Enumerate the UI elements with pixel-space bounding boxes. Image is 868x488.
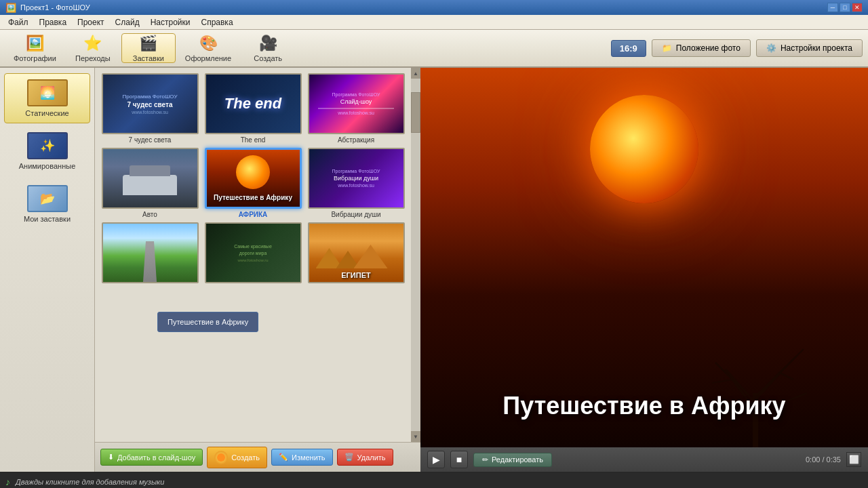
screensavers-label: Заставки xyxy=(133,54,164,62)
music-label: Дважды кликните для добавления музыки xyxy=(16,478,164,486)
time-display: 0:00 / 0:35 xyxy=(806,455,841,464)
menu-settings[interactable]: Настройки xyxy=(145,16,196,28)
animated-icon: ✨ xyxy=(27,132,68,159)
toolbar-transitions[interactable]: ⭐ Переходы xyxy=(66,33,120,63)
play-button[interactable]: ▶ xyxy=(427,451,445,468)
menu-help[interactable]: Справка xyxy=(195,16,238,28)
menu-edit[interactable]: Правка xyxy=(34,16,73,28)
scroll-track[interactable] xyxy=(411,79,420,431)
scroll-up-button[interactable]: ▲ xyxy=(411,68,420,79)
right-toolbar: 16:9 📁 Положение фото ⚙️ Настройки проек… xyxy=(611,39,863,57)
create-label: Создать xyxy=(254,54,282,62)
menu-file[interactable]: Файл xyxy=(3,16,34,28)
animated-label: Анимированные xyxy=(19,162,76,170)
preview-image: Путешествие в Африку xyxy=(420,68,868,447)
edit-label: Редактировать xyxy=(492,455,543,464)
transitions-label: Переходы xyxy=(75,54,111,62)
svg-line-8 xyxy=(712,380,732,383)
toolbar-photos[interactable]: 🖼️ Фотографии xyxy=(5,33,64,63)
add-to-slideshow-button[interactable]: ⬇ Добавить в слайд-шоу xyxy=(100,449,203,466)
app-icon: 🖼️ xyxy=(5,3,16,13)
gallery-item-abstrak[interactable]: Программа ФотоШОУ Слайд-шоу www.fotoshow… xyxy=(307,73,406,144)
toolbar-design[interactable]: 🎨 Оформление xyxy=(177,33,239,63)
create-label: Создать xyxy=(231,453,260,462)
scroll-down-button[interactable]: ▼ xyxy=(411,431,420,442)
gallery-item-avto[interactable]: Авто xyxy=(100,148,199,218)
thumb-vibracii: Программа ФотоШОУ Вибрации души www.foto… xyxy=(308,148,405,209)
gallery-actions: ⬇ Добавить в слайд-шоу Создать ✏️ Измени… xyxy=(95,442,420,472)
gallery-item-vibracii[interactable]: Программа ФотоШОУ Вибрации души www.foto… xyxy=(307,148,406,218)
minimize-button[interactable]: ─ xyxy=(827,3,838,12)
category-my[interactable]: 📂 Мои заставки xyxy=(4,179,90,229)
stop-button[interactable]: ■ xyxy=(450,451,468,468)
gallery-item-theend[interactable]: The end The end xyxy=(203,73,302,144)
label-theend: The end xyxy=(241,136,266,144)
gallery-item-dorogimira[interactable]: Самые красивыедороги мира www.fotoshow.r… xyxy=(203,222,302,285)
create-button[interactable]: Создать xyxy=(207,447,267,468)
add-icon: ⬇ xyxy=(108,453,114,462)
svg-line-7 xyxy=(715,363,732,380)
photo-position-button[interactable]: 📁 Положение фото xyxy=(652,39,751,57)
menu-bar: Файл Правка Проект Слайд Настройки Справ… xyxy=(0,15,868,30)
label-vibracii: Вибрации души xyxy=(331,211,380,218)
gallery-item-egipet[interactable]: ЕГИПЕТ xyxy=(307,222,406,285)
svg-line-9 xyxy=(787,349,804,366)
toolbar-create[interactable]: 🎥 Создать xyxy=(241,33,295,63)
thumb-doroga xyxy=(102,222,199,283)
music-bar[interactable]: ♪ Дважды кликните для добавления музыки xyxy=(0,473,868,488)
label-7chudes: 7 чудес света xyxy=(129,136,172,144)
category-static[interactable]: 🌅 Статические xyxy=(4,73,90,123)
gallery-container: Программа ФотоШОУ 7 чудес света www.foto… xyxy=(95,68,420,442)
static-label: Статические xyxy=(25,109,68,117)
fullscreen-button[interactable]: ⬜ xyxy=(846,452,861,467)
category-panel: 🌅 Статические ✨ Анимированные 📂 Мои заст… xyxy=(0,68,95,472)
thumb-abstrak: Программа ФотоШОУ Слайд-шоу www.fotoshow… xyxy=(308,73,405,134)
delete-button[interactable]: 🗑️ Удалить xyxy=(337,449,393,466)
edit-button[interactable]: ✏ Редактировать xyxy=(473,453,552,467)
preview-sun xyxy=(590,95,698,203)
gallery-scrollbar[interactable]: ▲ ▼ xyxy=(411,68,420,442)
label-africa: АФРИКА xyxy=(239,211,268,218)
change-icon: ✏️ xyxy=(279,453,288,462)
thumb-africa: Путешествие в Африку xyxy=(205,148,302,209)
drag-tooltip: Путешествие в Африку xyxy=(157,312,258,332)
static-icon: 🌅 xyxy=(27,79,68,106)
svg-line-6 xyxy=(780,373,793,380)
design-icon: 🎨 xyxy=(199,35,218,52)
aspect-ratio-button[interactable]: 16:9 xyxy=(611,40,646,57)
delete-icon: 🗑️ xyxy=(344,453,354,462)
gallery-item-africa[interactable]: Путешествие в Африку АФРИКА xyxy=(203,148,302,218)
screensavers-icon: 🎬 xyxy=(139,35,157,52)
gallery-grid: Программа ФотоШОУ 7 чудес света www.foto… xyxy=(95,68,411,442)
toolbar-screensavers[interactable]: 🎬 Заставки xyxy=(121,33,176,63)
timeline: ♪ Дважды кликните для добавления музыки … xyxy=(0,472,868,488)
my-icon: 📂 xyxy=(27,185,68,212)
menu-project[interactable]: Проект xyxy=(72,16,110,28)
app-title: Проект1 - ФотоШОУ xyxy=(20,3,827,12)
photo-position-label: Положение фото xyxy=(676,43,741,53)
preview-controls: ▶ ■ ✏ Редактировать 0:00 / 0:35 ⬜ xyxy=(420,447,868,472)
thumb-avto xyxy=(102,148,199,209)
gallery-item-7chudes[interactable]: Программа ФотоШОУ 7 чудес света www.foto… xyxy=(100,73,199,144)
drag-tooltip-text: Путешествие в Африку xyxy=(167,318,248,326)
menu-slide[interactable]: Слайд xyxy=(110,16,145,28)
add-label: Добавить в слайд-шоу xyxy=(117,453,195,462)
thumb-dorogimira: Самые красивыедороги мира www.fotoshow.r… xyxy=(205,222,302,283)
thumb-egipet: ЕГИПЕТ xyxy=(308,222,405,283)
main-area: 🌅 Статические ✨ Анимированные 📂 Мои заст… xyxy=(0,68,868,472)
maximize-button[interactable]: □ xyxy=(840,3,850,12)
label-abstrak: Абстракция xyxy=(338,136,374,144)
settings-icon: ⚙️ xyxy=(766,43,776,53)
create-icon: 🎥 xyxy=(259,35,277,52)
category-animated[interactable]: ✨ Анимированные xyxy=(4,126,90,176)
change-button[interactable]: ✏️ Изменить xyxy=(271,449,333,466)
pencil-icon: ✏ xyxy=(482,455,488,464)
thumb-theend: The end xyxy=(205,73,302,134)
photos-icon: 🖼️ xyxy=(26,35,44,52)
gallery-item-doroga[interactable] xyxy=(100,222,199,285)
main-toolbar: 🖼️ Фотографии ⭐ Переходы 🎬 Заставки 🎨 Оф… xyxy=(0,30,868,68)
label-avto: Авто xyxy=(142,211,157,218)
scroll-thumb[interactable] xyxy=(411,92,420,133)
project-settings-button[interactable]: ⚙️ Настройки проекта xyxy=(756,39,863,57)
close-button[interactable]: ✕ xyxy=(852,3,863,12)
